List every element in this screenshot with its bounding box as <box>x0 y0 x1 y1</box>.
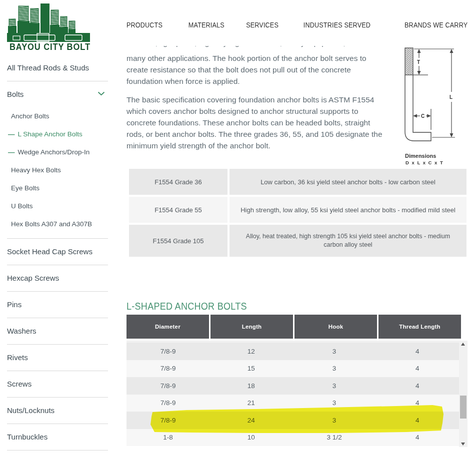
sidebar-item-hexcap-screws[interactable]: Hexcap Screws <box>7 265 108 291</box>
table-cell: 7/8-9 <box>126 395 210 412</box>
section-title: L-SHAPED ANCHOR BOLTS <box>126 300 247 312</box>
table-row: 1-8103 1/24 <box>126 429 459 447</box>
active-dash-marker: — <box>8 130 15 138</box>
sidebar-item-turnbuckles[interactable]: Turnbuckles <box>7 424 108 450</box>
sidebar-item-label: Hexcap Screws <box>7 274 59 282</box>
brand-logo[interactable]: BAYOU CITY BOLT <box>6 3 94 52</box>
sidebar-item-washers[interactable]: Washers <box>7 318 108 344</box>
diagram-caption: Dimensions <box>405 153 462 159</box>
table-cell: 1-8 <box>126 429 210 447</box>
sidebar-item-label: Washers <box>7 327 36 335</box>
sidebar-item-socket-head-cap-screws[interactable]: Socket Head Cap Screws <box>7 239 108 265</box>
grade-row: F1554 Grade 55High strength, low alloy, … <box>129 197 466 223</box>
sidebar-item-bolts[interactable]: Bolts <box>7 81 108 107</box>
sidebar-item-label: Rivets <box>7 353 28 362</box>
table-cell: 7/8-9 <box>126 343 210 360</box>
lbolt-dimension-diagram: T L C Dimensions D x L x C x T <box>399 46 462 165</box>
sidebar-item-pins[interactable]: Pins <box>7 292 108 318</box>
sidebar-subitem-label: Anchor Bolts <box>11 112 50 120</box>
nav-item-products[interactable]: PRODUCTS <box>126 20 162 29</box>
grade-row: F1554 Grade 36Low carbon, 36 ksi yield s… <box>129 169 466 195</box>
sidebar-item-pipe-plugs[interactable]: Pipe Plugs <box>7 451 108 456</box>
table-row: 7/8-91234 <box>126 343 459 360</box>
table-cell: 4 <box>376 412 459 429</box>
sidebar-item-nuts-locknuts[interactable]: Nuts/Locknuts <box>7 398 108 424</box>
table-cell: 4 <box>376 377 459 395</box>
nav-item-brands-we-carry[interactable]: BRANDS WE CARRY <box>404 20 468 29</box>
column-header-thread-length: Thread Length <box>378 315 461 339</box>
diagram-label-c: C <box>421 113 424 119</box>
table-cell: 3 1/2 <box>293 429 376 447</box>
table-cell: 21 <box>210 395 292 412</box>
sidebar-item-label: Nuts/Locknuts <box>7 406 54 415</box>
grade-name-cell: F1554 Grade 105 <box>129 225 228 257</box>
clipped-paragraph-line: columns, light poles, highway sign struc… <box>126 46 384 48</box>
scrollbar-thumb[interactable] <box>460 396 466 419</box>
table-cell: 4 <box>376 429 459 447</box>
sidebar-item-rivets[interactable]: Rivets <box>7 345 108 371</box>
sidebar-subitem-heavy-hex-bolts[interactable]: Heavy Hex Bolts <box>7 161 108 179</box>
sidebar-subitem-label: Heavy Hex Bolts <box>11 166 61 174</box>
table-cell: 7/8-9 <box>126 377 210 395</box>
scroll-down-icon <box>461 443 465 446</box>
table-scrollbar[interactable] <box>459 341 468 447</box>
sidebar-item-label: Screws <box>7 380 32 388</box>
grade-row: F1554 Grade 105Alloy, heat treated, high… <box>129 225 466 257</box>
sidebar-item-label: Pins <box>7 300 22 309</box>
grade-description-cell: High strength, low alloy, 55 ksi yield s… <box>230 197 466 223</box>
sidebar-item-label: Socket Head Cap Screws <box>7 247 92 256</box>
table-header-row: DiameterLengthHookThread Length <box>126 315 461 339</box>
table-scroll-body[interactable]: 7/8-912347/8-915347/8-918347/8-921347/8-… <box>126 341 459 446</box>
main-content: columns, light poles, highway sign struc… <box>126 46 468 158</box>
grade-description-cell: Low carbon, 36 ksi yield steel anchor bo… <box>230 169 466 195</box>
table-cell: 7/8-9 <box>126 412 210 429</box>
sidebar-item-label: All Thread Rods & Studs <box>7 63 89 72</box>
scroll-down-button[interactable] <box>459 440 468 447</box>
main-nav: PRODUCTSMATERIALSSERVICESINDUSTRIES SERV… <box>126 20 468 29</box>
sidebar: All Thread Rods & StudsBoltsAnchor Bolts… <box>7 55 108 456</box>
table-row: 7/8-91834 <box>126 377 459 395</box>
intro-paragraph-1: many other applications. The hook portio… <box>126 52 385 87</box>
sidebar-subitem-label: L Shape Anchor Bolts <box>18 130 82 138</box>
table-cell: 24 <box>210 412 292 429</box>
table-cell: 3 <box>293 395 376 412</box>
nav-item-materials[interactable]: MATERIALS <box>188 20 224 29</box>
sidebar-subitem-u-bolts[interactable]: U Bolts <box>7 197 108 215</box>
scroll-up-button[interactable] <box>459 341 468 348</box>
sidebar-item-screws[interactable]: Screws <box>7 371 108 397</box>
logo-wordmark: BAYOU CITY BOLT <box>10 41 90 52</box>
f1554-grades-table: F1554 Grade 36Low carbon, 36 ksi yield s… <box>129 169 466 257</box>
sidebar-sub-list: Anchor Bolts—L Shape Anchor Bolts—Wedge … <box>7 107 108 238</box>
table-cell: 4 <box>376 395 459 412</box>
active-dash-marker: — <box>8 148 15 156</box>
nav-item-industries-served[interactable]: INDUSTRIES SERVED <box>304 20 370 29</box>
table-cell: 7/8-9 <box>126 360 210 378</box>
grade-name-cell: F1554 Grade 55 <box>129 197 228 223</box>
column-header-length: Length <box>210 315 293 339</box>
sidebar-subitem-wedge-anchors-drop-in[interactable]: —Wedge Anchors/Drop-In <box>7 143 108 161</box>
sidebar-item-label: Bolts <box>7 90 24 98</box>
diagram-label-t: T <box>417 59 420 65</box>
table-cell: 18 <box>210 377 292 395</box>
sidebar-item-all-thread-rods-studs[interactable]: All Thread Rods & Studs <box>7 55 108 81</box>
diagram-formula: D x L x C x T <box>406 160 462 165</box>
lshaped-bolts-table: DiameterLengthHookThread Length 7/8-9123… <box>126 315 468 446</box>
nav-item-services[interactable]: SERVICES <box>246 20 278 29</box>
sidebar-subitem-l-shape-anchor-bolts[interactable]: —L Shape Anchor Bolts <box>7 125 108 143</box>
sidebar-subitem-label: Eye Bolts <box>11 184 40 192</box>
diagram-label-l: L <box>450 94 452 100</box>
sidebar-subitem-anchor-bolts[interactable]: Anchor Bolts <box>7 107 108 125</box>
table-row: 7/8-92134 <box>126 395 459 412</box>
scroll-up-icon <box>461 343 465 346</box>
table-cell: 10 <box>210 429 292 447</box>
grade-description-cell: Alloy, heat treated, high strength 105 k… <box>230 225 466 257</box>
table-cell: 3 <box>293 377 376 395</box>
sidebar-subitem-eye-bolts[interactable]: Eye Bolts <box>7 179 108 197</box>
column-header-hook: Hook <box>294 315 377 339</box>
sidebar-subitem-label: Hex Bolts A307 and A307B <box>11 220 92 228</box>
table-cell: 15 <box>210 360 292 378</box>
table-row: 7/8-92434 <box>126 412 459 429</box>
sidebar-item-label: Turnbuckles <box>7 433 48 441</box>
grade-name-cell: F1554 Grade 36 <box>129 169 228 195</box>
sidebar-subitem-hex-bolts-a307-and-a307b[interactable]: Hex Bolts A307 and A307B <box>7 215 108 233</box>
